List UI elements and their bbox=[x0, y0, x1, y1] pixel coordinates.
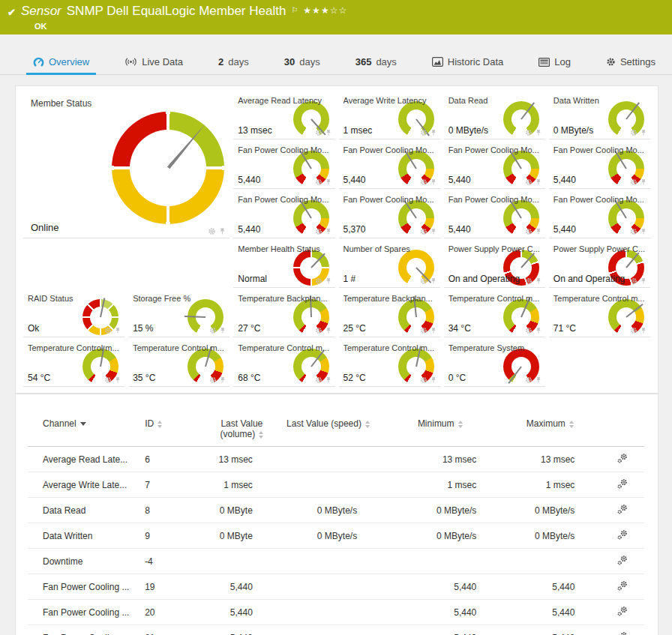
gauge-value: 34 °C bbox=[448, 323, 471, 334]
gear-icon[interactable] bbox=[630, 277, 638, 285]
tab-2-days[interactable]: 2days bbox=[218, 49, 249, 74]
pin-icon[interactable] bbox=[535, 376, 542, 384]
gear-icon[interactable] bbox=[525, 178, 532, 186]
channel-settings-icon[interactable] bbox=[616, 478, 628, 490]
gear-icon[interactable] bbox=[315, 129, 322, 136]
pin-icon[interactable] bbox=[430, 178, 437, 186]
pin-icon[interactable] bbox=[325, 327, 332, 334]
column-header-minimum[interactable]: Minimum bbox=[381, 417, 499, 447]
channel-settings-icon[interactable] bbox=[616, 554, 628, 566]
pin-icon[interactable] bbox=[219, 327, 226, 334]
pin-icon[interactable] bbox=[325, 178, 332, 186]
gear-icon[interactable] bbox=[420, 327, 428, 334]
tab-30-days[interactable]: 30days bbox=[284, 49, 320, 74]
column-header-last-value-volume[interactable]: Last Value (volume) bbox=[208, 417, 275, 447]
gear-icon[interactable] bbox=[525, 129, 532, 136]
tab-365-days[interactable]: 365days bbox=[356, 49, 397, 74]
gear-icon[interactable] bbox=[525, 228, 532, 235]
log-icon bbox=[538, 58, 550, 67]
channel-settings bbox=[601, 498, 644, 523]
pin-icon[interactable] bbox=[430, 277, 437, 285]
priority-stars[interactable]: ★★★☆☆ bbox=[303, 3, 347, 18]
tab-overview[interactable]: Overview bbox=[33, 49, 89, 74]
pin-icon[interactable] bbox=[218, 227, 226, 235]
gear-icon[interactable] bbox=[420, 129, 428, 136]
channel-settings-icon[interactable] bbox=[616, 631, 628, 635]
gear-icon[interactable] bbox=[209, 327, 217, 334]
gear-icon[interactable] bbox=[630, 178, 638, 186]
channel-settings-icon[interactable] bbox=[616, 580, 628, 592]
pin-icon[interactable] bbox=[325, 277, 332, 285]
gear-icon[interactable] bbox=[208, 227, 216, 235]
gear-icon[interactable] bbox=[209, 376, 217, 384]
column-header-id[interactable]: ID bbox=[130, 417, 208, 447]
gear-icon[interactable] bbox=[525, 327, 532, 334]
gear-icon[interactable] bbox=[315, 277, 322, 285]
gear-icon[interactable] bbox=[315, 178, 322, 186]
pin-icon[interactable] bbox=[640, 178, 647, 186]
pin-icon[interactable] bbox=[640, 129, 647, 136]
pin-icon[interactable] bbox=[219, 376, 226, 384]
maximum-value: 5,440 bbox=[499, 574, 601, 600]
gear-icon[interactable] bbox=[630, 129, 638, 136]
gauge-value: 5,440 bbox=[448, 224, 471, 235]
gauge-panel-average-read-latency: Average Read Latency13 msec bbox=[233, 92, 334, 139]
tab-label: Historic Data bbox=[448, 56, 503, 67]
pin-icon[interactable] bbox=[114, 376, 122, 384]
channel-settings-icon[interactable] bbox=[616, 529, 628, 541]
gear-icon[interactable] bbox=[420, 277, 428, 285]
gear-icon[interactable] bbox=[420, 178, 428, 186]
gauge-title: Average Write Latency bbox=[344, 96, 439, 105]
channel-id: -4 bbox=[130, 549, 208, 574]
tab-live-data[interactable]: Live Data bbox=[124, 49, 183, 74]
page-content: Member StatusOnlineAverage Read Latency1… bbox=[0, 75, 672, 635]
channel-name: Average Read Late... bbox=[28, 447, 130, 472]
panel-icons bbox=[315, 327, 332, 334]
pin-icon[interactable] bbox=[640, 277, 647, 285]
gear-icon[interactable] bbox=[630, 327, 638, 334]
gear-icon[interactable] bbox=[525, 376, 532, 384]
tab-settings[interactable]: Settings bbox=[606, 49, 656, 74]
gear-icon[interactable] bbox=[315, 376, 322, 384]
column-header-maximum[interactable]: Maximum bbox=[499, 417, 601, 447]
pin-icon[interactable] bbox=[535, 178, 542, 186]
pin-icon[interactable] bbox=[640, 228, 647, 235]
flag-icon[interactable]: ⚐ bbox=[291, 3, 298, 18]
pin-icon[interactable] bbox=[325, 376, 332, 384]
pin-icon[interactable] bbox=[430, 376, 437, 384]
gauge-title: Temperature Control m... bbox=[133, 343, 228, 352]
channel-settings-icon[interactable] bbox=[616, 452, 628, 464]
gear-icon[interactable] bbox=[630, 228, 638, 235]
column-header-last-value-speed[interactable]: Last Value (speed) bbox=[275, 417, 381, 447]
pin-icon[interactable] bbox=[535, 277, 542, 285]
tab-historic-data[interactable]: Historic Data bbox=[432, 49, 503, 74]
pin-icon[interactable] bbox=[430, 327, 437, 334]
panel-icons bbox=[420, 376, 437, 384]
pin-icon[interactable] bbox=[114, 327, 122, 334]
pin-icon[interactable] bbox=[535, 327, 542, 334]
pin-icon[interactable] bbox=[535, 129, 542, 136]
gear-icon[interactable] bbox=[525, 277, 532, 285]
pin-icon[interactable] bbox=[535, 228, 542, 235]
column-header-settings bbox=[601, 417, 644, 447]
gear-icon[interactable] bbox=[104, 327, 112, 334]
gear-icon[interactable] bbox=[420, 376, 428, 384]
column-header-channel[interactable]: Channel bbox=[28, 417, 130, 447]
gear-icon[interactable] bbox=[315, 327, 322, 334]
gear-icon[interactable] bbox=[420, 228, 428, 235]
pin-icon[interactable] bbox=[640, 327, 647, 334]
gear-icon[interactable] bbox=[315, 228, 322, 235]
channel-id: 8 bbox=[130, 498, 208, 523]
gauge-hole bbox=[616, 159, 636, 178]
gear-icon[interactable] bbox=[104, 376, 112, 384]
gauge-panel-fan-power-cooling-mo: Fan Power Cooling Mo...5,370 bbox=[339, 191, 440, 238]
pin-icon[interactable] bbox=[430, 129, 437, 136]
channel-settings-icon[interactable] bbox=[616, 605, 628, 617]
pin-icon[interactable] bbox=[325, 228, 332, 235]
tab-label: days bbox=[299, 56, 320, 67]
pin-icon[interactable] bbox=[325, 129, 332, 136]
tab-log[interactable]: Log bbox=[538, 49, 571, 74]
pin-icon[interactable] bbox=[430, 228, 437, 235]
panel-icons bbox=[420, 178, 437, 186]
channel-settings-icon[interactable] bbox=[616, 503, 628, 515]
